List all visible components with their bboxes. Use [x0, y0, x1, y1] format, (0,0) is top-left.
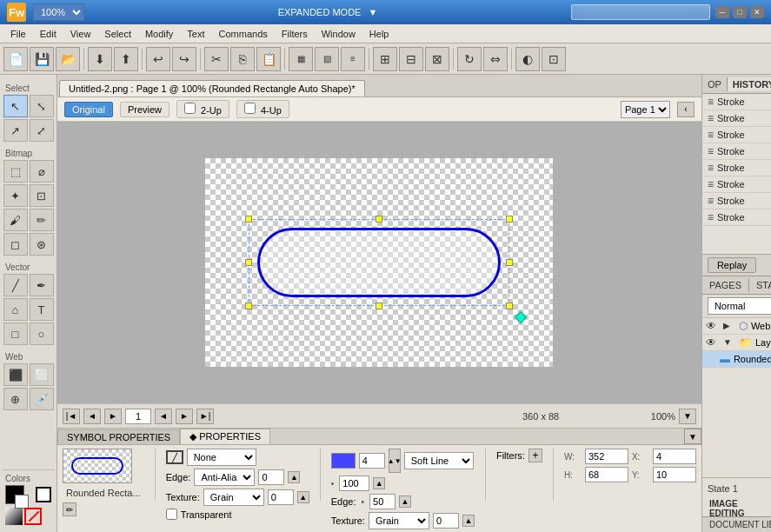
zoom-select[interactable]: 100%50%200%	[33, 3, 84, 21]
menu-window[interactable]: Window	[315, 27, 362, 41]
last-page-btn[interactable]: ►|	[196, 409, 214, 424]
line-tool[interactable]: ╱	[3, 274, 28, 296]
canvas-area[interactable]	[57, 122, 701, 403]
group-button[interactable]: ▦	[289, 47, 313, 71]
next-page-btn[interactable]: ►	[176, 409, 193, 424]
texture-val2-input[interactable]: 0	[433, 513, 459, 529]
redo-button[interactable]: ↪	[172, 47, 196, 71]
handle-bm[interactable]	[376, 303, 382, 309]
y-input[interactable]: 10	[653, 467, 696, 482]
layer-item-rounded-rect[interactable]: ▬ Rounded Rec...	[702, 351, 771, 368]
ellipse-tool[interactable]: ○	[30, 323, 54, 345]
layer-lock-web[interactable]: ▶	[723, 321, 735, 330]
layer-item-1[interactable]: 👁 ▼ 📁 Layer 1 ◂	[702, 335, 771, 351]
stroke-size-spinner[interactable]: ▲▼	[389, 449, 401, 473]
page-select[interactable]: Page 1	[621, 101, 670, 118]
menu-file[interactable]: File	[3, 27, 33, 41]
rotate-button[interactable]: ↻	[457, 47, 482, 71]
eraser-tool[interactable]: ◻	[3, 233, 28, 256]
tb-btn-7[interactable]: ⊟	[399, 47, 423, 71]
no-fill-indicator[interactable]	[36, 487, 51, 502]
layer-lock-1[interactable]: ▼	[723, 337, 735, 347]
search-input[interactable]	[571, 4, 710, 20]
stroke-color-swatch[interactable]	[5, 485, 24, 504]
close-button[interactable]: ✕	[750, 6, 764, 18]
vector-path-tool[interactable]: ⌂	[3, 298, 28, 321]
gradient-swatch[interactable]	[5, 508, 23, 525]
menu-modify[interactable]: Modify	[138, 27, 180, 41]
document-tab[interactable]: Untitled-2.png : Page 1 @ 100% (Rounded …	[59, 80, 365, 96]
transparent-checkbox[interactable]	[166, 509, 177, 520]
page-number-input[interactable]: 1	[125, 409, 151, 424]
stroke-size-input[interactable]: 4	[359, 453, 385, 469]
menu-help[interactable]: Help	[362, 27, 396, 41]
crop-tool[interactable]: ⊡	[30, 184, 54, 207]
right-tab-history[interactable]: HISTORY	[728, 77, 771, 91]
texture-val1-input[interactable]: 0	[268, 489, 294, 505]
subselect-tool[interactable]: ↗	[3, 119, 28, 142]
undo-button[interactable]: ↩	[146, 47, 170, 71]
eyedropper-tool[interactable]: 💉	[30, 388, 54, 410]
minimize-button[interactable]: ─	[715, 6, 729, 18]
width-input[interactable]: 352	[585, 449, 628, 464]
edge-type-select[interactable]: Anti-AliasHardNo Anti-Alias	[194, 469, 255, 486]
menu-commands[interactable]: Commands	[212, 27, 275, 41]
handle-ml[interactable]	[245, 259, 252, 266]
panel-tab-pages[interactable]: PAGES	[702, 278, 749, 292]
stroke-style-select[interactable]: Soft LineHard Line	[404, 452, 474, 469]
edge-val1-input[interactable]: 0	[258, 469, 284, 485]
rect-tool[interactable]: □	[3, 323, 28, 345]
handle-tm[interactable]	[376, 216, 382, 223]
menu-text[interactable]: Text	[180, 27, 211, 41]
history-item-6[interactable]: ≡ Stroke	[702, 176, 771, 193]
edge1-inc[interactable]: ▲	[288, 471, 300, 483]
lasso-tool[interactable]: ⌀	[30, 160, 54, 183]
history-item-7[interactable]: ≡ Stroke	[702, 193, 771, 209]
blend-mode-select[interactable]: NormalMultiplyScreen	[708, 297, 771, 315]
original-view-btn[interactable]: Original	[64, 102, 113, 117]
four-up-checkbox[interactable]	[244, 103, 256, 114]
menu-edit[interactable]: Edit	[33, 27, 63, 41]
menu-view[interactable]: View	[63, 27, 98, 41]
height-input[interactable]: 68	[585, 467, 628, 482]
edge-val2-input[interactable]: 50	[369, 494, 395, 509]
four-up-view-btn[interactable]: 4-Up	[236, 100, 289, 118]
pen-tool[interactable]: ✒	[30, 274, 54, 296]
nav-prev-page[interactable]: ‹	[677, 102, 695, 117]
x-input[interactable]: 4	[653, 449, 696, 464]
save-button[interactable]: 💾	[30, 47, 54, 71]
tb-btn-6[interactable]: ⊞	[373, 47, 397, 71]
next-frame-btn[interactable]: ►	[104, 409, 122, 424]
fill-color-swatch[interactable]	[331, 453, 356, 469]
history-item-4[interactable]: ≡ Stroke	[702, 143, 771, 160]
menu-filters[interactable]: Filters	[275, 27, 315, 41]
align-button[interactable]: ≡	[341, 47, 365, 71]
stroke-type-select[interactable]: NoneBasic	[187, 449, 256, 466]
first-page-btn[interactable]: |◄	[63, 409, 80, 424]
handle-tl[interactable]	[245, 216, 252, 223]
add-filter-btn[interactable]: +	[528, 449, 542, 462]
history-item-5[interactable]: ≡ Stroke	[702, 160, 771, 176]
fill-color-swatch[interactable]	[15, 495, 29, 509]
select-tool[interactable]: ↖	[3, 95, 28, 117]
handle-bl[interactable]	[245, 303, 252, 309]
magic-wand-tool[interactable]: ✦	[3, 184, 28, 207]
none-swatch[interactable]	[24, 508, 42, 525]
cut-button[interactable]: ✂	[204, 47, 229, 71]
props-collapse-btn[interactable]: ▼	[684, 429, 701, 444]
properties-tab[interactable]: ◆ PROPERTIES	[180, 429, 270, 444]
new-button[interactable]: 📄	[3, 47, 28, 71]
diamond-handle[interactable]	[515, 311, 527, 323]
import-button[interactable]: ⬇	[88, 47, 112, 71]
texture-type-select2[interactable]: GrainNone	[369, 512, 429, 529]
scale-tool[interactable]: ⤡	[30, 95, 54, 117]
handle-tr[interactable]	[506, 216, 513, 223]
copy-button[interactable]: ⎘	[230, 47, 255, 71]
mask-button[interactable]: ◐	[515, 47, 540, 71]
tb-btn-8[interactable]: ⊠	[425, 47, 449, 71]
brush-tool[interactable]: 🖌	[3, 209, 28, 231]
export-button[interactable]: ⬆	[114, 47, 138, 71]
preview-view-btn[interactable]: Preview	[120, 102, 169, 117]
marquee-tool[interactable]: ⬚	[3, 160, 28, 183]
hotspot-tool[interactable]: ⬛	[3, 363, 28, 386]
